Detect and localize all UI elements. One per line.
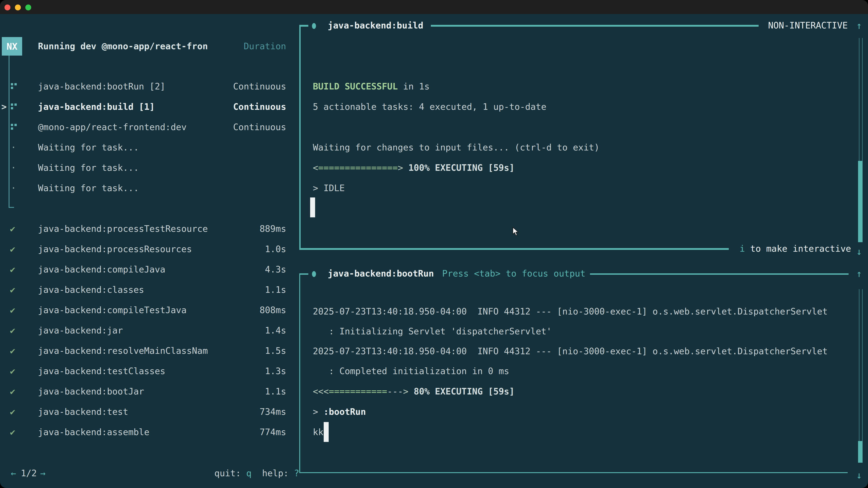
stdin-input-text[interactable]: kk — [313, 427, 323, 438]
quit-key: q — [246, 468, 252, 479]
task-name: java-backend:resolveMainClassNam — [38, 346, 208, 357]
task-row-waiting[interactable]: · Waiting for task... — [0, 183, 299, 194]
zoom-icon[interactable] — [25, 4, 31, 10]
task-name: java-backend:processTestResource — [38, 224, 208, 234]
task-row-bootrun[interactable]: java-backend:bootRun [2] Continuous — [0, 81, 299, 92]
scrollbar-track[interactable] — [859, 289, 863, 441]
duration-column-header: Duration — [244, 41, 286, 52]
app-window: NX Running dev @mono-app/react-fron Dura… — [0, 0, 868, 488]
scrollbar-thumb[interactable] — [858, 441, 863, 463]
close-icon[interactable] — [4, 4, 10, 10]
check-icon: ✔ — [10, 264, 16, 275]
scroll-up-icon[interactable]: ↑ — [856, 268, 862, 279]
task-name: java-backend:assemble — [38, 427, 149, 438]
task-row-completed[interactable]: ✔ java-backend:bootJar 1.1s — [0, 386, 299, 397]
check-icon: ✔ — [10, 366, 16, 377]
task-duration: 808ms — [260, 305, 286, 316]
scrollbar-track[interactable] — [859, 38, 863, 161]
progress-tail: --- — [387, 386, 403, 397]
progress-fill: =============== — [318, 163, 398, 173]
task-duration: 889ms — [260, 224, 286, 234]
check-icon: ✔ — [10, 386, 16, 397]
task-duration: 1.5s — [265, 346, 286, 357]
panel-border-corner — [299, 25, 308, 27]
task-name: java-backend:test — [38, 407, 128, 418]
terminal-cursor — [324, 422, 329, 442]
spinner-icon — [11, 103, 18, 111]
progress-open: <<< — [313, 386, 329, 397]
panel-border-bottom — [299, 248, 729, 250]
prompt-marker: > — [313, 407, 323, 417]
task-duration: 1.1s — [265, 386, 286, 397]
minimize-icon[interactable] — [15, 4, 21, 10]
interactive-hint-key: i — [740, 243, 745, 254]
task-name: java-backend:bootJar — [38, 386, 144, 397]
idle-line: > IDLE — [313, 183, 345, 194]
panel-border-left — [299, 25, 301, 249]
task-row-completed[interactable]: ✔ java-backend:assemble 774ms — [0, 427, 299, 438]
task-duration: 4.3s — [265, 264, 286, 275]
progress-label: 80% EXECUTING [59s] — [408, 386, 515, 397]
panel-border-bottom — [299, 472, 848, 473]
scroll-up-icon[interactable]: ↑ — [856, 20, 862, 31]
task-name: java-backend:jar — [38, 325, 123, 336]
panel-title: java-backend:bootRun — [328, 268, 434, 279]
task-row-completed[interactable]: ✔ java-backend:resolveMainClassNam 1.5s — [0, 346, 299, 357]
build-waiting-line: Waiting for changes to input files... (c… — [313, 142, 599, 153]
progress-bar: <<<===========---> 80% EXECUTING [59s] — [313, 386, 515, 397]
check-icon: ✔ — [10, 285, 16, 295]
progress-bar: <===============> 100% EXECUTING [59s] — [313, 163, 515, 173]
check-icon: ✔ — [10, 427, 16, 438]
task-row-waiting[interactable]: · Waiting for task... — [0, 163, 299, 173]
help-label: help: — [252, 468, 294, 479]
scrollbar-thumb[interactable] — [858, 161, 863, 242]
scroll-down-icon[interactable]: ↓ — [856, 246, 862, 257]
progress-open: < — [313, 163, 318, 173]
task-row-frontend-dev[interactable]: @mono-app/react-frontend:dev Continuous — [0, 122, 299, 133]
task-name: Waiting for task... — [38, 142, 139, 153]
waiting-bullet-icon: · — [11, 183, 16, 194]
task-name: java-backend:build [1] — [38, 102, 155, 112]
task-row-completed[interactable]: ✔ java-backend:jar 1.4s — [0, 325, 299, 336]
task-duration: Continuous — [233, 102, 286, 112]
task-row-build-selected[interactable]: > java-backend:build [1] Continuous — [0, 102, 299, 112]
task-duration: 1.1s — [265, 285, 286, 295]
pager-prev-icon[interactable]: ← — [11, 468, 16, 479]
task-duration: 774ms — [260, 427, 286, 438]
status-dot-icon — [312, 23, 316, 29]
task-row-completed[interactable]: ✔ java-backend:compileJava 4.3s — [0, 264, 299, 275]
task-row-waiting[interactable]: · Waiting for task... — [0, 142, 299, 153]
task-row-completed[interactable]: ✔ java-backend:processResources 1.0s — [0, 244, 299, 255]
progress-close: > — [403, 386, 408, 397]
task-duration: Continuous — [233, 81, 286, 92]
interactive-hint-text: to make interactive — [745, 243, 851, 254]
task-name: java-backend:processResources — [38, 244, 192, 255]
task-duration: 1.4s — [265, 325, 286, 336]
status-dot-icon — [312, 271, 316, 277]
terminal-cursor — [310, 197, 315, 217]
task-duration: 1.0s — [265, 244, 286, 255]
panel-border-top — [431, 25, 758, 27]
build-result-time: in 1s — [398, 81, 430, 92]
pager-indicator: 1/2 — [21, 468, 37, 479]
task-name: java-backend:bootRun [2] — [38, 81, 165, 92]
pager-next-icon[interactable]: → — [40, 468, 46, 479]
nx-logo: NX — [2, 37, 22, 56]
task-name: java-backend:testClasses — [38, 366, 165, 377]
build-summary: 5 actionable tasks: 4 executed, 1 up-to-… — [313, 102, 546, 112]
waiting-bullet-icon: · — [11, 163, 16, 173]
task-name: java-backend:compileJava — [38, 264, 165, 275]
task-row-completed[interactable]: ✔ java-backend:classes 1.1s — [0, 285, 299, 295]
task-row-completed[interactable]: ✔ java-backend:testClasses 1.3s — [0, 366, 299, 377]
task-name: java-backend:compileTestJava — [38, 305, 186, 316]
waiting-bullet-icon: · — [11, 142, 16, 153]
sidebar-title: Running dev @mono-app/react-fron — [38, 41, 208, 52]
scroll-down-icon[interactable]: ↓ — [856, 470, 862, 481]
task-row-completed[interactable]: ✔ java-backend:test 734ms — [0, 407, 299, 418]
task-row-completed[interactable]: ✔ java-backend:processTestResource 889ms — [0, 224, 299, 234]
mode-badge: NON-INTERACTIVE — [768, 20, 848, 31]
task-row-completed[interactable]: ✔ java-backend:compileTestJava 808ms — [0, 305, 299, 316]
spinner-icon — [11, 124, 18, 131]
task-name: Waiting for task... — [38, 163, 139, 173]
panel-border-top — [590, 273, 848, 274]
